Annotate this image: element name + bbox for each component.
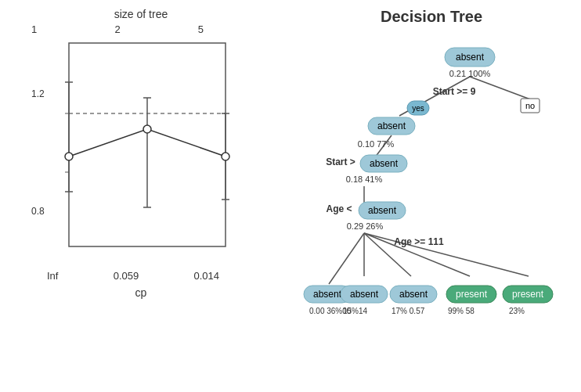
- y-label-top: 1.2: [31, 88, 45, 99]
- cp-values: Inf 0.059 0.014: [47, 270, 219, 282]
- svg-text:23%: 23%: [509, 307, 525, 315]
- svg-text:no: no: [525, 101, 535, 110]
- cp-label: cp: [0, 286, 282, 299]
- svg-point-13: [222, 153, 229, 160]
- svg-text:17% 0.57: 17% 0.57: [392, 307, 425, 315]
- cp-val-2: 0.059: [114, 270, 139, 282]
- split4-condition: Age >= 111: [394, 236, 444, 247]
- svg-text:99% 58: 99% 58: [448, 307, 475, 315]
- x-axis-labels: 1 2 5: [31, 23, 204, 35]
- left1-node: absent 0.10 77%: [358, 117, 415, 149]
- cp-val-3: 0.014: [193, 270, 219, 282]
- chart-container: 1.2 0.8: [31, 35, 251, 270]
- split3-condition: Age < absent 0.29 26%: [326, 202, 406, 231]
- svg-text:absent: absent: [313, 289, 342, 300]
- svg-text:yes: yes: [412, 104, 424, 113]
- line-chart-svg: [61, 35, 241, 262]
- root-node: absent 0.21 100%: [445, 48, 495, 78]
- svg-line-17: [470, 77, 532, 100]
- svg-text:absent: absent: [456, 52, 485, 63]
- x-label-2: 2: [114, 23, 120, 35]
- svg-text:15%14: 15%14: [343, 307, 368, 315]
- svg-text:0.29  26%: 0.29 26%: [347, 221, 384, 231]
- svg-line-24: [364, 233, 529, 276]
- svg-line-20: [329, 233, 364, 284]
- chart-title: size of tree: [0, 8, 282, 20]
- tree-title: Decision Tree: [290, 8, 573, 26]
- leaf4-present: present 99% 58: [446, 286, 496, 315]
- leaf5-present: present 23%: [503, 286, 553, 315]
- svg-text:absent: absent: [368, 205, 397, 216]
- svg-text:absent: absent: [370, 158, 399, 169]
- svg-text:Start >: Start >: [326, 156, 355, 167]
- svg-text:absent: absent: [350, 289, 379, 300]
- leaf2-absent: absent 15%14: [341, 286, 388, 315]
- svg-text:0.18  41%: 0.18 41%: [346, 174, 383, 184]
- decision-tree-svg: absent 0.21 100% Start >= 9 yes no absen…: [290, 34, 579, 378]
- cp-val-1: Inf: [47, 270, 58, 282]
- tree-diagram: absent 0.21 100% Start >= 9 yes no absen…: [290, 34, 573, 378]
- y-axis-labels: 1.2 0.8: [31, 35, 45, 270]
- svg-text:absent: absent: [399, 289, 428, 300]
- x-label-1: 1: [31, 23, 37, 35]
- svg-point-11: [65, 153, 73, 160]
- x-label-3: 5: [198, 23, 204, 35]
- svg-text:Age >= 111: Age >= 111: [394, 236, 444, 247]
- svg-text:absent: absent: [377, 120, 406, 131]
- svg-text:0.10  77%: 0.10 77%: [358, 139, 395, 149]
- right-panel: Decision Tree absent 0.21 100%: [282, 0, 581, 392]
- chart-svg: [61, 35, 251, 270]
- svg-text:present: present: [456, 289, 488, 300]
- split2-condition: Start > absent 0.18 41%: [326, 155, 407, 184]
- svg-text:0.21 100%: 0.21 100%: [449, 69, 491, 78]
- svg-text:present: present: [512, 289, 544, 300]
- y-label-bottom: 0.8: [31, 206, 45, 217]
- leaf3-absent: absent 17% 0.57: [390, 286, 437, 315]
- svg-point-12: [143, 125, 151, 133]
- left-panel: size of tree 1 2 5 1.2 0.8: [0, 0, 282, 392]
- svg-text:Age <: Age <: [326, 203, 352, 214]
- svg-text:Start >= 9: Start >= 9: [433, 86, 476, 97]
